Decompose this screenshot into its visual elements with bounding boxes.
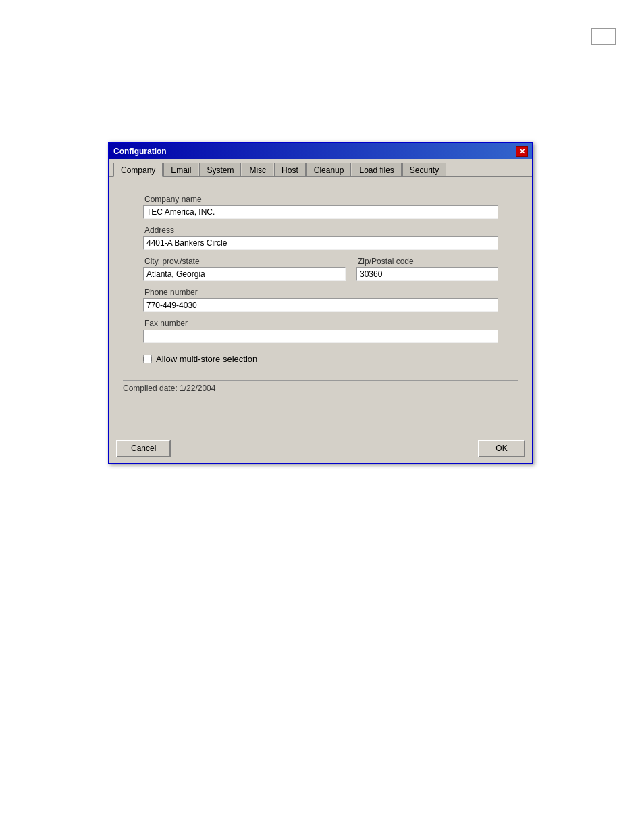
address-input[interactable] xyxy=(143,236,498,250)
zip-group: Zip/Postal code xyxy=(356,257,498,288)
fax-label: Fax number xyxy=(143,319,498,328)
city-zip-row: City, prov./state Zip/Postal code xyxy=(143,257,498,288)
form-section: Company name Address City, prov./state Z… xyxy=(123,188,518,377)
page-top-rule xyxy=(0,49,644,49)
phone-label: Phone number xyxy=(143,288,498,297)
address-label: Address xyxy=(143,226,498,235)
tab-cleanup[interactable]: Cleanup xyxy=(306,163,352,177)
company-name-label: Company name xyxy=(143,194,498,204)
tab-company[interactable]: Company xyxy=(113,163,163,177)
tab-host[interactable]: Host xyxy=(274,163,306,177)
dialog-title: Configuration xyxy=(113,147,167,156)
tab-security[interactable]: Security xyxy=(402,163,446,177)
tab-system[interactable]: System xyxy=(199,163,241,177)
tab-misc[interactable]: Misc xyxy=(242,163,273,177)
city-label: City, prov./state xyxy=(143,257,346,266)
page-bottom-rule xyxy=(0,785,644,785)
configuration-dialog: Configuration ✕ Company Email System Mis… xyxy=(108,142,533,464)
dialog-wrapper: Configuration ✕ Company Email System Mis… xyxy=(108,142,533,464)
cancel-button[interactable]: Cancel xyxy=(116,440,171,457)
city-group: City, prov./state xyxy=(143,257,346,288)
dialog-content: Company name Address City, prov./state Z… xyxy=(109,177,532,434)
phone-input[interactable] xyxy=(143,298,498,312)
tab-email[interactable]: Email xyxy=(163,163,198,177)
company-name-input[interactable] xyxy=(143,205,498,219)
tab-bar: Company Email System Misc Host Cleanup L… xyxy=(109,159,532,177)
close-button[interactable]: ✕ xyxy=(516,146,528,157)
multi-store-label: Allow multi-store selection xyxy=(156,354,257,364)
compiled-date: Compiled date: 1/22/2004 xyxy=(123,380,518,398)
city-input[interactable] xyxy=(143,267,346,281)
title-bar: Configuration ✕ xyxy=(109,143,532,159)
zip-label: Zip/Postal code xyxy=(356,257,498,266)
button-bar: Cancel OK xyxy=(109,434,532,463)
multi-store-row: Allow multi-store selection xyxy=(143,354,498,364)
tab-load-files[interactable]: Load files xyxy=(352,163,401,177)
fax-input[interactable] xyxy=(143,330,498,343)
page-number-box xyxy=(591,28,616,45)
zip-input[interactable] xyxy=(356,267,498,281)
ok-button[interactable]: OK xyxy=(478,440,525,457)
multi-store-checkbox[interactable] xyxy=(143,355,152,363)
